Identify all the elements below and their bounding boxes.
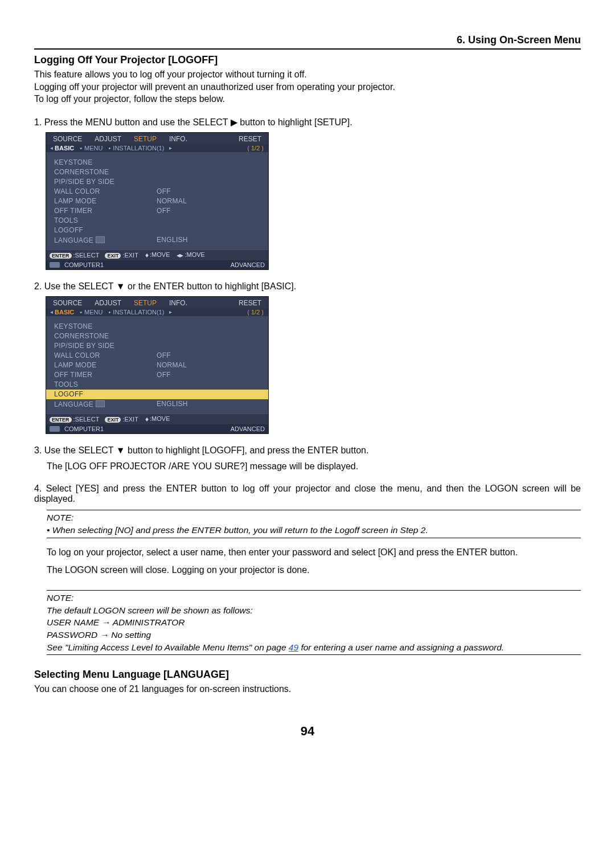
section-language-p1: You can choose one of 21 languages for o… [34,683,581,695]
language-icon [96,400,105,407]
subtab-left-arrow-icon: ◂ [50,145,53,151]
osd-item-language: LANGUAGEENGLISH [46,399,268,410]
subtab-install-2: INSTALLATION(1) [113,309,164,316]
language-icon [96,236,105,243]
osd-item-keystone: KEYSTONE [46,322,268,331]
note-2-l2: USER NAME → ADMINISTRATOR [47,616,581,629]
osd-tabs: SOURCE ADJUST SETUP INFO. RESET [46,133,268,144]
osd-body: KEYSTONECORNERSTONEPIP/SIDE BY SIDEWALL … [46,152,268,250]
note-2-title: NOTE: [47,592,581,604]
note-1-line: • When selecting [NO] and press the ENTE… [47,524,581,537]
step-2-text: Use the SELECT ▼ or the ENTER button to … [44,281,296,291]
osd-item-lamp-mode: LAMP MODENORMAL [46,361,268,370]
step-3b: The [LOG OFF PROJECTOR /ARE YOU SURE?] m… [47,460,581,473]
subtab-left-arrow-icon-2: ◂ [50,309,53,315]
osd-item-tools: TOOLS [46,380,268,390]
after-p1: To log on your projector, select a user … [47,546,581,559]
osd-item-wall-color: WALL COLOROFF [46,351,268,361]
osd-item-cornerstone: CORNERSTONE [46,331,268,341]
tab-info-2: INFO. [165,298,192,308]
source-label: COMPUTER1 [64,261,104,268]
step-3-text: Use the SELECT ▼ button to highlight [LO… [44,445,369,455]
advanced-label: ADVANCED [231,261,265,268]
osd-item-cornerstone: CORNERSTONE [46,167,268,177]
osd-item-tools: TOOLS [46,216,268,226]
tab-info: INFO. [165,134,192,144]
exit-pill-icon-2: EXIT [105,417,121,423]
tab-adjust: ADJUST [90,134,126,144]
note-2-l1: The default LOGON screen will be shown a… [47,604,581,617]
after-p2: The LOGON screen will close. Logging on … [47,564,581,576]
osd-body-2: KEYSTONECORNERSTONEPIP/SIDE BY SIDEWALL … [46,316,268,414]
note-2-l4: See "Limiting Access Level to Available … [47,641,581,654]
subtab-menu: MENU [84,145,102,152]
page-link-49[interactable]: 49 [289,642,298,652]
step-3: 3. Use the SELECT ▼ button to highlight … [34,445,581,456]
advanced-label-2: ADVANCED [231,425,265,432]
step-1: 1. Press the MENU button and use the SEL… [34,117,581,128]
tab-adjust-2: ADJUST [90,298,126,308]
subtab-right-arrow-icon-2: ▸ [169,309,172,315]
section-language-title: Selecting Menu Language [LANGUAGE] [34,669,581,681]
note-2: NOTE: The default LOGON screen will be s… [47,590,581,655]
exit-pill-icon: EXIT [105,253,121,259]
osd-item-keystone: KEYSTONE [46,158,268,167]
step-1-text: Press the MENU button and use the SELECT… [44,117,352,127]
osd-item-pip-side-by-side: PIP/SIDE BY SIDE [46,177,268,187]
move-horiz: ◂▸:MOVE [175,251,204,259]
step-4: 4. Select [YES] and press the ENTER butt… [34,484,581,504]
subtab-basic-2: BASIC [55,309,74,316]
subtab-pager-2: ( 1/2 ) [247,309,266,316]
osd-footer2: COMPUTER1 ADVANCED [46,260,268,269]
osd-footer2-b: COMPUTER1 ADVANCED [46,424,268,433]
enter-pill-icon: ENTER [50,253,72,259]
enter-pill-icon-2: ENTER [50,417,72,423]
tab-source: SOURCE [48,134,87,144]
source-icon [50,262,60,268]
osd-footer: ENTER:SELECT EXIT:EXIT ♦:MOVE ◂▸:MOVE [46,250,268,260]
note-1-title: NOTE: [47,511,581,524]
subtab-install: INSTALLATION(1) [113,145,164,152]
section-logoff-p3: To log off your projector, follow the st… [34,93,581,105]
page-number: 94 [34,724,581,739]
osd-item-off-timer: OFF TIMEROFF [46,370,268,380]
note-1: NOTE: • When selecting [NO] and press th… [47,510,581,538]
subtab-basic: BASIC [55,145,74,152]
section-logoff-p2: Logging off your projector will prevent … [34,81,581,93]
osd-item-pip-side-by-side: PIP/SIDE BY SIDE [46,341,268,351]
tab-reset: RESET [234,134,266,144]
move-vert: ♦:MOVE [144,251,170,259]
source-label-2: COMPUTER1 [64,425,104,432]
osd-item-lamp-mode: LAMP MODENORMAL [46,196,268,206]
osd-menu-1: SOURCE ADJUST SETUP INFO. RESET ◂ BASIC•… [46,132,269,270]
osd-item-logoff: LOGOFF [46,226,268,235]
osd-item-logoff: LOGOFF [46,390,268,399]
chapter-header: 6. Using On-Screen Menu [34,34,581,50]
move-vert-2: ♦:MOVE [144,415,170,423]
osd-menu-2: SOURCE ADJUST SETUP INFO. RESET ◂ BASIC•… [46,296,269,434]
osd-item-off-timer: OFF TIMEROFF [46,206,268,216]
tab-reset-2: RESET [234,298,266,308]
osd-tabs-2: SOURCE ADJUST SETUP INFO. RESET [46,297,268,308]
osd-item-language: LANGUAGEENGLISH [46,235,268,245]
subtab-right-arrow-icon: ▸ [169,145,172,151]
step-4-text: Select [YES] and press the ENTER button … [34,484,581,503]
note-2-l3: PASSWORD → No setting [47,629,581,641]
osd-subtabs: ◂ BASIC• MENU• INSTALLATION(1) ▸ ( 1/2 ) [46,144,268,152]
tab-setup: SETUP [129,134,161,144]
source-icon-2 [50,426,60,432]
osd-subtabs-2: ◂ BASIC• MENU• INSTALLATION(1) ▸ ( 1/2 ) [46,308,268,316]
section-logoff-title: Logging Off Your Projector [LOGOFF] [34,54,581,66]
subtab-pager: ( 1/2 ) [247,145,266,152]
tab-source-2: SOURCE [48,298,87,308]
step-2: 2. Use the SELECT ▼ or the ENTER button … [34,281,581,292]
section-logoff-p1: This feature allows you to log off your … [34,68,581,81]
osd-item-wall-color: WALL COLOROFF [46,187,268,196]
osd-footer-b: ENTER:SELECT EXIT:EXIT ♦:MOVE [46,414,268,424]
tab-setup-2: SETUP [129,298,161,308]
subtab-menu-2: MENU [84,309,102,316]
